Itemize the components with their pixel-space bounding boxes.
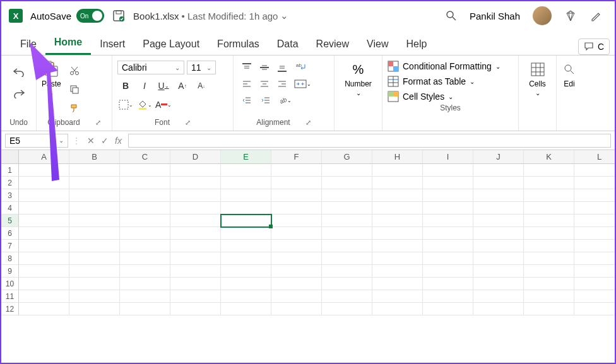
cell[interactable]: [524, 177, 574, 189]
cell[interactable]: [524, 303, 574, 315]
cell[interactable]: [372, 227, 423, 240]
cell[interactable]: [120, 252, 170, 265]
decrease-font-button[interactable]: A↓: [193, 78, 210, 93]
cell[interactable]: [473, 240, 524, 252]
cell[interactable]: [170, 214, 221, 227]
document-name[interactable]: Book1.xlsx • Last Modified: 1h ago ⌄: [133, 10, 288, 21]
cell[interactable]: [524, 214, 574, 227]
row-header[interactable]: 1: [1, 164, 19, 177]
tab-insert[interactable]: Insert: [91, 33, 134, 55]
column-header[interactable]: B: [69, 150, 120, 164]
cell[interactable]: [271, 214, 322, 227]
cell[interactable]: [322, 177, 372, 189]
decrease-indent-button[interactable]: [239, 93, 255, 107]
cell[interactable]: [69, 227, 120, 240]
cell[interactable]: [19, 265, 69, 278]
cell[interactable]: [372, 240, 423, 252]
cell[interactable]: [170, 189, 221, 202]
cell[interactable]: [170, 252, 221, 265]
cell[interactable]: [120, 303, 170, 315]
cell[interactable]: [69, 303, 120, 315]
cell[interactable]: [221, 303, 271, 315]
column-header[interactable]: L: [574, 150, 616, 164]
undo-button[interactable]: [11, 64, 27, 79]
cell[interactable]: [574, 214, 616, 227]
avatar[interactable]: [533, 6, 552, 25]
row-header[interactable]: 6: [1, 227, 19, 240]
cell[interactable]: [221, 290, 271, 303]
cell[interactable]: [372, 164, 423, 177]
cell[interactable]: [120, 164, 170, 177]
spreadsheet-grid[interactable]: 123456789101112 ABCDEFGHIJKL: [1, 150, 615, 315]
tab-file[interactable]: File: [11, 33, 45, 55]
cell[interactable]: [322, 227, 372, 240]
cell[interactable]: [574, 303, 616, 315]
cell[interactable]: [473, 278, 524, 290]
cell[interactable]: [69, 177, 120, 189]
row-header[interactable]: 11: [1, 290, 19, 303]
column-header[interactable]: E: [221, 150, 271, 164]
diamond-icon[interactable]: [564, 9, 577, 22]
cell[interactable]: [221, 265, 271, 278]
conditional-formatting-button[interactable]: Conditional Formatting⌄: [388, 61, 513, 72]
cell[interactable]: [221, 202, 271, 214]
cell[interactable]: [423, 278, 473, 290]
cell[interactable]: [221, 252, 271, 265]
increase-indent-button[interactable]: [258, 93, 274, 107]
cell[interactable]: [524, 164, 574, 177]
cell[interactable]: [19, 278, 69, 290]
cancel-formula-button[interactable]: ✕: [85, 136, 97, 146]
row-header[interactable]: 12: [1, 303, 19, 315]
cell[interactable]: [221, 189, 271, 202]
cell[interactable]: [69, 252, 120, 265]
cell[interactable]: [221, 214, 271, 227]
row-header[interactable]: 5: [1, 214, 19, 227]
cell[interactable]: [271, 202, 322, 214]
cell[interactable]: [574, 177, 616, 189]
cell[interactable]: [524, 278, 574, 290]
column-header[interactable]: D: [170, 150, 221, 164]
column-header[interactable]: I: [423, 150, 473, 164]
cell[interactable]: [322, 303, 372, 315]
pen-icon[interactable]: [589, 9, 602, 22]
row-header[interactable]: 4: [1, 202, 19, 214]
cell[interactable]: [271, 265, 322, 278]
number-format-button[interactable]: % Number ⌄: [345, 61, 372, 97]
cell[interactable]: [423, 164, 473, 177]
enter-formula-button[interactable]: ✓: [98, 136, 111, 146]
column-header[interactable]: K: [524, 150, 574, 164]
cell[interactable]: [423, 214, 473, 227]
cell[interactable]: [423, 290, 473, 303]
cell[interactable]: [271, 164, 322, 177]
cell[interactable]: [69, 202, 120, 214]
cell[interactable]: [574, 252, 616, 265]
format-as-table-button[interactable]: Format as Table⌄: [388, 76, 513, 87]
cell[interactable]: [221, 278, 271, 290]
cell[interactable]: [473, 303, 524, 315]
cell[interactable]: [322, 164, 372, 177]
row-header[interactable]: 7: [1, 240, 19, 252]
cell[interactable]: [271, 240, 322, 252]
cell[interactable]: [19, 252, 69, 265]
font-color-button[interactable]: A⌄: [155, 97, 172, 112]
cell[interactable]: [221, 177, 271, 189]
orientation-button[interactable]: ab⌄: [276, 93, 293, 107]
row-header[interactable]: 10: [1, 278, 19, 290]
cell[interactable]: [170, 227, 221, 240]
cell[interactable]: [423, 252, 473, 265]
cell[interactable]: [473, 177, 524, 189]
cell[interactable]: [423, 303, 473, 315]
cell[interactable]: [19, 177, 69, 189]
formula-input[interactable]: [128, 134, 611, 148]
cell[interactable]: [372, 177, 423, 189]
cell[interactable]: [423, 189, 473, 202]
cell[interactable]: [574, 227, 616, 240]
tab-home[interactable]: Home: [45, 32, 91, 55]
format-painter-button[interactable]: [66, 101, 83, 116]
cell[interactable]: [423, 240, 473, 252]
cell[interactable]: [120, 240, 170, 252]
bold-button[interactable]: B: [117, 78, 134, 93]
tab-help[interactable]: Help: [397, 33, 435, 55]
cell[interactable]: [170, 240, 221, 252]
cell[interactable]: [574, 202, 616, 214]
